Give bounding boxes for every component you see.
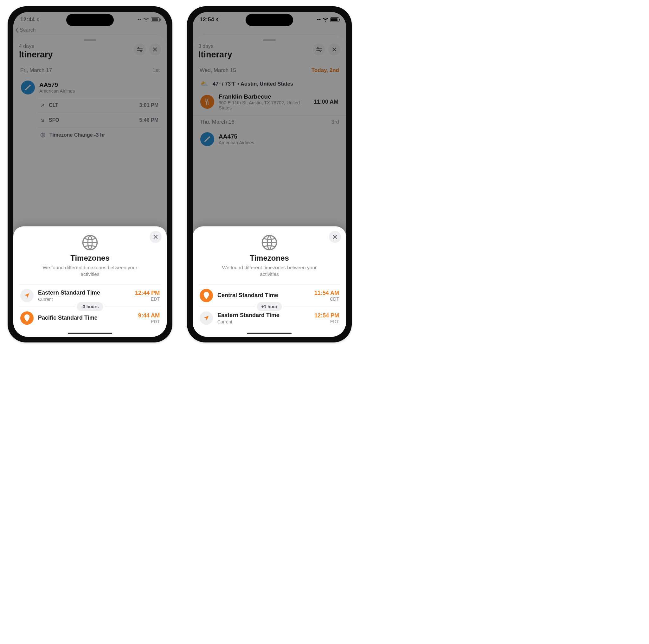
tz-delta-chip: +1 hour	[257, 302, 282, 311]
location-arrow-icon	[20, 289, 34, 302]
screen: 12:44 ☾ •• Search 4 days Itiner	[13, 12, 167, 337]
tz-abbr: PDT	[138, 319, 160, 324]
modal-title: Timezones	[199, 254, 340, 263]
tz-time: 12:54 PM	[314, 312, 339, 319]
timezones-modal: Timezones We found different timezones b…	[13, 227, 167, 337]
tz-name: Central Standard Time	[217, 292, 310, 299]
tz-name: Eastern Standard Time	[38, 289, 131, 296]
tz-delta-chip: -3 hours	[77, 302, 103, 311]
phone-right: 12:54 ☾ •• 3 days Itinerary	[187, 6, 352, 343]
tz-time: 11:54 AM	[314, 290, 339, 296]
globe-icon	[261, 234, 278, 251]
timezones-modal: Timezones We found different timezones b…	[193, 227, 346, 337]
location-arrow-icon	[200, 311, 213, 325]
close-icon	[333, 235, 337, 239]
screen: 12:54 ☾ •• 3 days Itinerary	[193, 12, 346, 337]
home-indicator[interactable]	[68, 333, 112, 334]
globe-icon	[81, 234, 98, 251]
tz-sub: Current	[217, 319, 310, 324]
close-icon	[154, 235, 158, 239]
modal-close-button[interactable]	[149, 231, 162, 243]
tz-name: Pacific Standard Time	[38, 315, 134, 321]
tz-name: Eastern Standard Time	[217, 312, 310, 319]
modal-subtitle: We found different timezones between you…	[33, 265, 147, 278]
dynamic-island	[246, 14, 293, 26]
tz-sub: Current	[38, 297, 131, 302]
tz-time: 9:44 AM	[138, 312, 160, 319]
phone-left: 12:44 ☾ •• Search 4 days Itiner	[8, 6, 172, 343]
modal-subtitle: We found different timezones between you…	[212, 265, 327, 278]
stage: 12:44 ☾ •• Search 4 days Itiner	[0, 0, 649, 349]
svg-point-8	[205, 293, 208, 295]
modal-close-button[interactable]	[329, 231, 341, 243]
map-pin-icon	[20, 311, 34, 325]
svg-point-4	[26, 316, 28, 318]
dynamic-island	[66, 14, 114, 26]
tz-abbr: EDT	[135, 296, 160, 301]
tz-time: 12:44 PM	[135, 290, 160, 296]
home-indicator[interactable]	[247, 333, 292, 334]
tz-abbr: EDT	[314, 319, 339, 324]
map-pin-icon	[200, 289, 213, 302]
modal-title: Timezones	[19, 254, 160, 263]
tz-abbr: CDT	[314, 296, 339, 301]
